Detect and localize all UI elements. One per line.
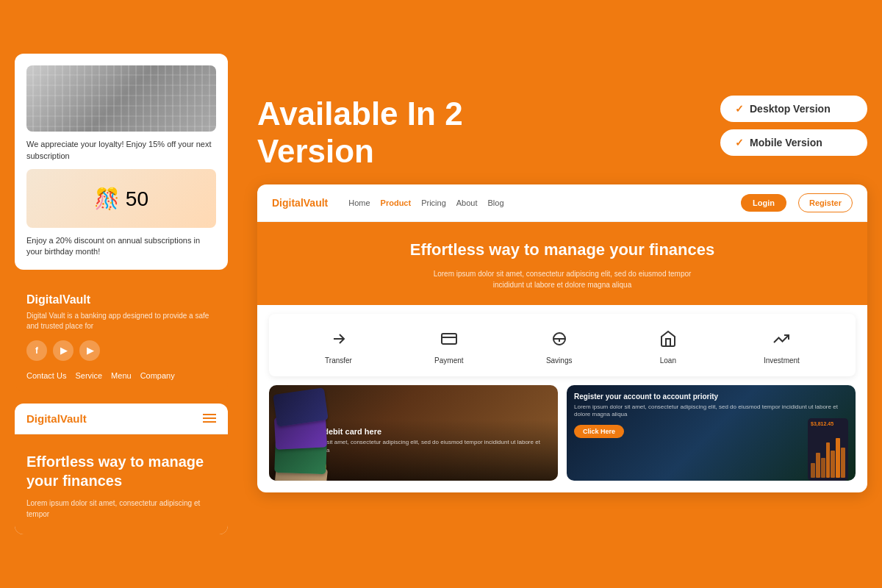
desktop-hero-title: Effortless way to manage your finances (272, 240, 853, 261)
login-button[interactable]: Login (741, 194, 786, 212)
check-icon-desktop: ✓ (735, 103, 744, 115)
card-account-title: Register your account to account priorit… (574, 392, 848, 401)
loan-label: Loan (660, 356, 676, 365)
desktop-nav-brand: DigitalVault (272, 197, 328, 209)
desktop-nav: DigitalVault Home Product Pricing About … (257, 184, 867, 222)
birthday-text: Enjoy a 20% discount on annual subscript… (26, 235, 216, 258)
features-row: Transfer Payment (269, 314, 856, 376)
footer-description: Digital Vault is a banking app designed … (26, 311, 216, 331)
mobile-card-top: We appreciate your loyalty! Enjoy 15% of… (15, 54, 228, 270)
payment-icon (436, 326, 462, 352)
footer-nav-contact[interactable]: Contact Us (26, 371, 66, 380)
nav-pricing[interactable]: Pricing (421, 198, 446, 207)
center-area: Available In 2 Version ✓ Desktop Version… (257, 96, 867, 492)
desktop-version-label: Desktop Version (750, 103, 831, 115)
birthday-image: 🎊 50 (26, 169, 216, 228)
feature-investment[interactable]: Investment (764, 326, 800, 365)
check-icon-mobile: ✓ (735, 137, 744, 148)
mobile-hero-title: Effortless way to manage your finances (26, 452, 216, 490)
heading-area: Available In 2 Version ✓ Desktop Version… (257, 96, 867, 170)
facebook-icon[interactable]: f (26, 340, 47, 361)
footer-nav-service[interactable]: Service (75, 371, 102, 380)
desktop-nav-links: Home Product Pricing About Blog (348, 198, 729, 207)
nav-about[interactable]: About (456, 198, 478, 207)
desktop-version-badge: ✓ Desktop Version (720, 96, 867, 122)
card-account-body: Lorem ipsum dolor sit amet, consectetur … (574, 404, 848, 419)
hamburger-menu[interactable] (203, 414, 216, 423)
version-badges: ✓ Desktop Version ✓ Mobile Version (720, 96, 867, 156)
card-account-overlay: Register your account to account priorit… (567, 385, 856, 445)
feature-loan[interactable]: Loan (655, 326, 681, 365)
feature-payment[interactable]: Payment (434, 326, 463, 365)
mobile-footer-card: DigitalVault Digital Vault is a banking … (15, 282, 228, 392)
mobile-version-label: Mobile Version (750, 137, 822, 148)
footer-nav-menu[interactable]: Menu (111, 371, 132, 380)
feature-transfer[interactable]: Transfer (325, 326, 352, 365)
left-column: We appreciate your loyalty! Enjoy 15% of… (15, 54, 235, 534)
nav-home[interactable]: Home (348, 198, 370, 207)
footer-brand: DigitalVault (26, 293, 216, 306)
card-account-btn[interactable]: Click Here (574, 425, 624, 438)
hamburger-line-1 (203, 414, 216, 415)
investment-icon (768, 326, 795, 352)
desktop-hero-body: Lorem ipsum dolor sit amet, consectetur … (430, 268, 695, 290)
mobile-hero-section: Effortless way to manage your finances L… (15, 434, 228, 534)
card-account: $3,812.45 Register your account to accou… (567, 385, 856, 481)
footer-nav-company[interactable]: Company (140, 371, 175, 380)
building-image (26, 65, 216, 132)
nav-blog[interactable]: Blog (488, 198, 504, 207)
desktop-hero: Effortless way to manage your finances L… (257, 222, 867, 305)
investment-label: Investment (764, 356, 800, 365)
hamburger-line-3 (203, 421, 216, 423)
svg-rect-0 (442, 334, 456, 344)
loan-icon (655, 326, 681, 352)
youtube-icon[interactable]: ▶ (53, 340, 74, 361)
footer-navigation: Contact Us Service Menu Company (26, 371, 216, 380)
hamburger-line-2 (203, 417, 216, 419)
mobile-nav-bar: DigitalVault (15, 404, 228, 434)
nav-product[interactable]: Product (381, 198, 412, 207)
card-debit: Create your debit card here Lorem ipsum … (269, 385, 558, 481)
loyalty-text: We appreciate your loyalty! Enjoy 15% of… (26, 139, 216, 162)
transfer-icon (326, 326, 352, 352)
savings-label: Savings (546, 356, 573, 365)
social-icon-3[interactable]: ▶ (79, 340, 100, 361)
transfer-label: Transfer (325, 356, 352, 365)
mobile-hero-body: Lorem ipsum dolor sit amet, consectetur … (26, 498, 216, 520)
register-button[interactable]: Register (798, 193, 853, 212)
main-heading: Available In 2 Version (257, 96, 492, 170)
mobile-version-badge: ✓ Mobile Version (720, 129, 867, 156)
mobile-nav-brand: DigitalVault (26, 412, 87, 425)
desktop-mockup: DigitalVault Home Product Pricing About … (257, 184, 867, 492)
social-icons-row: f ▶ ▶ (26, 340, 216, 361)
payment-label: Payment (434, 356, 463, 365)
bottom-cards: Create your debit card here Lorem ipsum … (257, 385, 867, 492)
savings-icon (546, 326, 573, 352)
feature-savings[interactable]: Savings (546, 326, 573, 365)
mobile-mockup-bottom: DigitalVault Effortless way to manage yo… (15, 404, 228, 534)
